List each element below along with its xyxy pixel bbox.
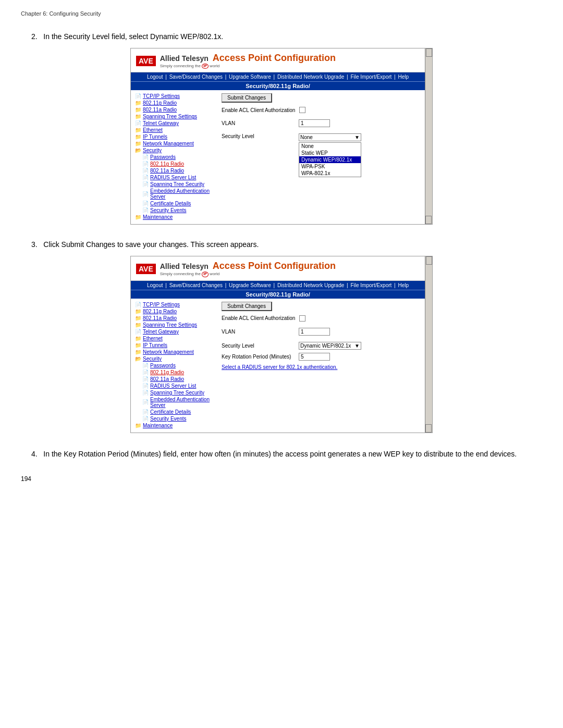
dropdown-dynamicwep-1[interactable]: Dynamic WEP/802.1x [299, 156, 361, 163]
sidebar-80211g-radio-1[interactable]: 📄 802.11g Radio [134, 161, 215, 167]
sidebar-maintenance-1[interactable]: 📁 Maintenance [134, 214, 215, 220]
key-rotation-input[interactable] [299, 353, 330, 361]
sidebar-passwords-2[interactable]: 📄 Passwords [134, 363, 215, 368]
sidebar-telnet-2[interactable]: 📄 Telnet Gateway [134, 329, 215, 335]
nav-distributed-2[interactable]: Distributed Network Upgrade [277, 282, 344, 288]
sidebar-radius-1[interactable]: 📄 RADIUS Server List [134, 175, 215, 180]
sidebar-link-radius-2[interactable]: RADIUS Server List [150, 383, 196, 389]
sidebar-link-security-1[interactable]: Security [143, 147, 162, 153]
sidebar-80211g-2[interactable]: 📁 802.11g Radio [134, 309, 215, 314]
sidebar-netmgmt-1[interactable]: 📁 Network Management [134, 141, 215, 146]
submit-changes-btn-2[interactable]: Submit Changes [222, 302, 272, 311]
vlan-input-2[interactable] [299, 328, 330, 336]
nav-save-2[interactable]: Save/Discard Changes [169, 282, 223, 288]
sidebar-link-80211g-2[interactable]: 802.11g Radio [143, 309, 177, 314]
sidebar-tcpip-1[interactable]: 📄 TCP/IP Settings [134, 93, 215, 99]
security-dropdown-1[interactable]: None ▼ [299, 133, 361, 141]
sidebar-link-80211a-2[interactable]: 802.11a Radio [143, 315, 177, 321]
enable-acl-checkbox-2[interactable] [299, 315, 305, 322]
sidebar-netmgmt-2[interactable]: 📁 Network Management [134, 349, 215, 355]
sidebar-passwords-1[interactable]: 📄 Passwords [134, 154, 215, 160]
sidebar-link-spanning-2[interactable]: Spanning Tree Settings [143, 322, 197, 328]
sidebar-link-secevents-1[interactable]: Security Events [150, 207, 186, 213]
sidebar-link-spanning-1[interactable]: Spanning Tree Settings [143, 114, 197, 119]
sidebar-spanning-sec-2[interactable]: 📄 Spanning Tree Security [134, 390, 215, 396]
sidebar-telnet-1[interactable]: 📄 Telnet Gateway [134, 120, 215, 126]
sidebar-80211g-radio-2[interactable]: 📄 802.11g Radio [134, 369, 215, 375]
sidebar-security-1[interactable]: 📂 Security [134, 147, 215, 153]
sidebar-80211g-1[interactable]: 📁 802.11g Radio [134, 100, 215, 106]
sidebar-iptunnels-1[interactable]: 📁 IP Tunnels [134, 134, 215, 140]
sidebar-link-80211a-1[interactable]: 802.11a Radio [143, 107, 177, 113]
sidebar-link-80211g-radio-1[interactable]: 802.11g Radio [150, 161, 184, 167]
sidebar-security-2[interactable]: 📂 Security [134, 356, 215, 362]
sidebar-link-80211g-radio-2[interactable]: 802.11g Radio [150, 369, 184, 375]
sidebar-link-embedded-1[interactable]: Embedded Authentication Server [150, 188, 215, 200]
sidebar-tcpip-2[interactable]: 📄 TCP/IP Settings [134, 302, 215, 307]
nav-logout-1[interactable]: Logout [147, 74, 163, 80]
nav-upgrade-2[interactable]: Upgrade Software [229, 282, 271, 288]
dropdown-wpapsk-1[interactable]: WPA-PSK [299, 163, 361, 170]
sidebar-secevents-2[interactable]: 📄 Security Events [134, 416, 215, 422]
nav-save-1[interactable]: Save/Discard Changes [169, 74, 223, 80]
sidebar-link-ethernet-1[interactable]: Ethernet [143, 127, 163, 133]
sidebar-secevents-1[interactable]: 📄 Security Events [134, 207, 215, 213]
sidebar-spanning-1[interactable]: 📁 Spanning Tree Settings [134, 114, 215, 119]
sidebar-ethernet-1[interactable]: 📁 Ethernet [134, 127, 215, 133]
sidebar-link-maintenance-1[interactable]: Maintenance [143, 214, 173, 220]
sidebar-iptunnels-2[interactable]: 📁 IP Tunnels [134, 342, 215, 348]
sidebar-link-80211a-radio-1[interactable]: 802.11a Radio [150, 168, 184, 174]
sidebar-link-netmgmt-1[interactable]: Network Management [143, 141, 194, 146]
sidebar-link-telnet-1[interactable]: Telnet Gateway [143, 120, 179, 126]
security-dropdown-2[interactable]: Dynamic WEP/802.1x ▼ [299, 342, 361, 350]
sidebar-link-maintenance-2[interactable]: Maintenance [143, 423, 173, 428]
dropdown-staticwep-1[interactable]: Static WEP [299, 150, 361, 156]
sidebar-link-spanning-sec-1[interactable]: Spanning Tree Security [150, 181, 204, 187]
sidebar-maintenance-2[interactable]: 📁 Maintenance [134, 423, 215, 428]
sidebar-link-radius-1[interactable]: RADIUS Server List [150, 175, 196, 180]
dropdown-wpa8021x-1[interactable]: WPA-802.1x [299, 170, 361, 177]
sidebar-link-iptunnels-2[interactable]: IP Tunnels [143, 342, 167, 348]
nav-help-2[interactable]: Help [398, 282, 409, 288]
sidebar-link-iptunnels-1[interactable]: IP Tunnels [143, 134, 167, 140]
sidebar-link-passwords-1[interactable]: Passwords [150, 154, 176, 160]
sidebar-80211a-radio-2[interactable]: 📄 802.11a Radio [134, 376, 215, 382]
sidebar-link-ethernet-2[interactable]: Ethernet [143, 336, 163, 341]
sidebar-80211a-2[interactable]: 📁 802.11a Radio [134, 315, 215, 321]
radius-link[interactable]: Select a RADIUS server for 802.1x authen… [222, 364, 337, 370]
sidebar-link-80211a-radio-2[interactable]: 802.11a Radio [150, 376, 184, 382]
nav-distributed-1[interactable]: Distributed Network Upgrade [277, 74, 344, 80]
sidebar-cert-2[interactable]: 📄 Certificate Details [134, 409, 215, 415]
sidebar-80211a-1[interactable]: 📁 802.11a Radio [134, 107, 215, 113]
sidebar-embedded-1[interactable]: 📄 Embedded Authentication Server [134, 188, 215, 200]
nav-fileimport-1[interactable]: File Import/Export [350, 74, 391, 80]
sidebar-80211a-radio-1[interactable]: 📄 802.11a Radio [134, 168, 215, 174]
sidebar-spanning-sec-1[interactable]: 📄 Spanning Tree Security [134, 181, 215, 187]
nav-fileimport-2[interactable]: File Import/Export [350, 282, 391, 288]
vlan-input-1[interactable] [299, 119, 330, 127]
sidebar-link-passwords-2[interactable]: Passwords [150, 363, 176, 368]
sidebar-link-spanning-sec-2[interactable]: Spanning Tree Security [150, 390, 204, 396]
sidebar-link-cert-2[interactable]: Certificate Details [150, 409, 191, 415]
sidebar-link-tcpip-1[interactable]: TCP/IP Settings [143, 93, 180, 99]
nav-upgrade-1[interactable]: Upgrade Software [229, 74, 271, 80]
enable-acl-checkbox-1[interactable] [299, 107, 305, 113]
doc-icon-s2-9: 📄 [142, 416, 149, 421]
nav-logout-2[interactable]: Logout [147, 282, 163, 288]
sidebar-link-80211g-1[interactable]: 802.11g Radio [143, 100, 177, 106]
sidebar-spanning-2[interactable]: 📁 Spanning Tree Settings [134, 322, 215, 328]
sidebar-cert-1[interactable]: 📄 Certificate Details [134, 201, 215, 206]
sidebar-ethernet-2[interactable]: 📁 Ethernet [134, 336, 215, 341]
sidebar-embedded-2[interactable]: 📄 Embedded Authentication Server [134, 397, 215, 408]
sidebar-link-embedded-2[interactable]: Embedded Authentication Server [150, 397, 215, 408]
sidebar-link-netmgmt-2[interactable]: Network Management [143, 349, 194, 355]
nav-help-1[interactable]: Help [398, 74, 409, 80]
sidebar-link-tcpip-2[interactable]: TCP/IP Settings [143, 302, 180, 307]
sidebar-link-security-2[interactable]: Security [143, 356, 162, 362]
sidebar-link-telnet-2[interactable]: Telnet Gateway [143, 329, 179, 335]
sidebar-link-cert-1[interactable]: Certificate Details [150, 201, 191, 206]
sidebar-radius-2[interactable]: 📄 RADIUS Server List [134, 383, 215, 389]
dropdown-none-1[interactable]: None [299, 143, 361, 150]
sidebar-link-secevents-2[interactable]: Security Events [150, 416, 186, 422]
submit-changes-btn-1[interactable]: Submit Changes [222, 93, 272, 103]
